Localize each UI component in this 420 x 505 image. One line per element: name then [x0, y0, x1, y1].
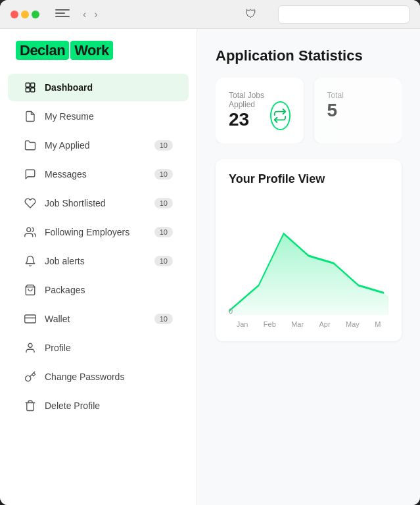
sidebar-label-packages: Packages	[45, 285, 85, 295]
titlebar: ‹ › 🛡	[0, 0, 420, 29]
back-button[interactable]: ‹	[80, 7, 89, 22]
svg-rect-3	[31, 88, 35, 92]
stat-value-total: 5	[327, 100, 344, 121]
sidebar-label-my-applied: My Applied	[45, 140, 89, 151]
minimize-button[interactable]	[21, 11, 29, 18]
sidebar-item-change-passwords[interactable]: Change Passwords	[8, 363, 189, 391]
my-applied-badge: 10	[154, 140, 173, 151]
stats-section-title: Application Statistics	[216, 47, 402, 64]
messages-icon	[24, 168, 37, 181]
sidebar-label-delete-profile: Delete Profile	[45, 400, 100, 411]
stat-card-inner-1: Total Jobs Applied 23	[229, 91, 291, 130]
svg-rect-0	[26, 83, 30, 87]
job-alerts-badge: 10	[154, 256, 173, 266]
jobs-applied-icon-circle	[270, 101, 290, 130]
sidebar-label-profile: Profile	[45, 343, 71, 353]
traffic-lights	[11, 11, 39, 18]
stat-info-1: Total Jobs Applied 23	[229, 91, 270, 130]
stat-label-jobs-applied: Total Jobs Applied	[229, 91, 270, 109]
sidebar-item-job-shortlisted[interactable]: Job Shortlisted 10	[8, 189, 189, 217]
messages-badge: 10	[154, 169, 173, 180]
sidebar-label-job-shortlisted: Job Shortlisted	[45, 198, 106, 208]
svg-point-8	[28, 343, 32, 347]
close-button[interactable]	[11, 11, 18, 18]
svg-point-4	[27, 228, 31, 231]
chart-y-zero-label: 0	[229, 307, 233, 315]
profile-view-chart: 0	[229, 197, 388, 315]
stat-value-jobs-applied: 23	[229, 109, 270, 130]
profile-icon	[24, 341, 37, 354]
sidebar-item-messages[interactable]: Messages 10	[8, 160, 189, 188]
svg-rect-6	[25, 315, 36, 323]
chart-label-mar: Mar	[291, 320, 304, 328]
address-bar[interactable]	[278, 5, 409, 24]
job-shortlisted-badge: 10	[154, 198, 173, 208]
sidebar-toggle-button[interactable]	[55, 9, 70, 20]
stat-card-jobs-applied: Total Jobs Applied 23	[216, 78, 304, 143]
delete-icon	[24, 399, 37, 412]
shield-icon: 🛡	[245, 7, 257, 21]
logo: DeclanWork	[0, 42, 197, 72]
packages-icon	[24, 283, 37, 297]
sidebar-label-wallet: Wallet	[45, 314, 70, 324]
sidebar-item-job-alerts[interactable]: Job alerts 10	[8, 247, 189, 275]
sidebar-item-packages[interactable]: Packages	[8, 276, 189, 304]
wallet-icon	[24, 312, 37, 325]
chart-svg	[229, 197, 388, 315]
following-employers-badge: 10	[154, 227, 173, 237]
sidebar-item-my-resume[interactable]: My Resume	[8, 103, 189, 130]
sidebar-item-wallet[interactable]: Wallet 10	[8, 305, 189, 333]
stat-card-total: Total 5	[314, 78, 402, 143]
sidebar-label-messages: Messages	[45, 169, 87, 180]
main-layout: DeclanWork Dashboard My Resume	[0, 29, 420, 505]
password-icon	[24, 370, 37, 383]
sidebar-item-profile[interactable]: Profile	[8, 334, 189, 362]
logo-plain: Declan	[16, 41, 69, 60]
maximize-button[interactable]	[32, 11, 39, 18]
resume-icon	[24, 110, 37, 123]
navigation-controls: ‹ ›	[80, 7, 101, 22]
profile-view-title: Your Profile View	[229, 172, 388, 186]
forward-button[interactable]: ›	[91, 7, 100, 22]
shortlisted-icon	[24, 197, 37, 210]
content-area: Application Statistics Total Jobs Applie…	[197, 29, 420, 505]
sidebar-item-delete-profile[interactable]: Delete Profile	[8, 392, 189, 420]
stat-card-inner-2: Total 5	[327, 91, 389, 121]
stats-row: Total Jobs Applied 23 Total	[216, 78, 402, 143]
sidebar: DeclanWork Dashboard My Resume	[0, 29, 197, 505]
chart-label-jan: Jan	[237, 320, 248, 328]
logo-highlight: Work	[70, 41, 113, 60]
dashboard-icon	[24, 81, 37, 94]
sidebar-label-job-alerts: Job alerts	[45, 256, 85, 266]
svg-rect-1	[31, 83, 35, 87]
following-icon	[24, 226, 37, 239]
sidebar-item-my-applied[interactable]: My Applied 10	[8, 132, 189, 159]
chart-x-labels: Jan Feb Mar Apr May M	[229, 315, 388, 328]
chart-label-apr: Apr	[319, 320, 330, 328]
sidebar-label-change-passwords: Change Passwords	[45, 372, 124, 382]
sidebar-label-dashboard: Dashboard	[45, 82, 93, 93]
profile-view-section: Your Profile View 0	[216, 159, 402, 341]
wallet-badge: 10	[154, 314, 173, 324]
sidebar-label-my-resume: My Resume	[45, 111, 94, 122]
sidebar-item-following-employers[interactable]: Following Employers 10	[8, 218, 189, 246]
chart-label-feb: Feb	[264, 320, 276, 328]
sidebar-label-following-employers: Following Employers	[45, 227, 129, 237]
sidebar-item-dashboard[interactable]: Dashboard	[8, 74, 189, 101]
stat-info-2: Total 5	[327, 91, 344, 121]
alerts-icon	[24, 254, 37, 268]
chart-label-may: May	[346, 320, 360, 328]
app-window: ‹ › 🛡 DeclanWork Dashboard My Resume	[0, 0, 420, 505]
svg-rect-2	[26, 88, 30, 92]
chart-label-m: M	[375, 320, 381, 328]
applied-icon	[24, 139, 37, 152]
stat-label-total: Total	[327, 91, 344, 100]
